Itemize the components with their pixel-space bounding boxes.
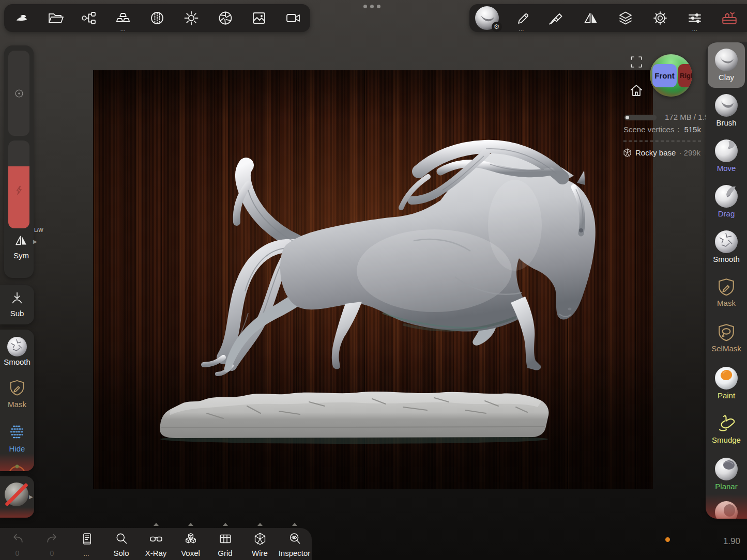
redo-button[interactable]: 0 (35, 528, 69, 560)
stroke-button[interactable]: … (504, 4, 539, 32)
voxel-caret[interactable] (188, 523, 193, 526)
multitask-indicator[interactable] (363, 5, 380, 8)
material-ingots-icon (115, 10, 131, 26)
hide-dotted-sphere-icon (8, 423, 26, 441)
xray-caret[interactable] (154, 523, 159, 526)
scene-graph-button[interactable] (72, 4, 106, 32)
sliders-more: … (678, 26, 712, 32)
wire-caret[interactable] (257, 523, 263, 526)
radius-slider[interactable] (8, 51, 29, 136)
sub-toggle[interactable]: Sub (0, 290, 34, 318)
tool-clay[interactable]: Clay (708, 42, 745, 88)
grid-toggle[interactable]: Grid (208, 528, 242, 560)
material-button[interactable]: ⚙ (469, 4, 504, 32)
mask-quick-label: Mask (0, 400, 34, 409)
viewport-canvas[interactable] (93, 70, 653, 489)
inspector-button[interactable]: Inspector (277, 528, 312, 560)
tool-brush[interactable]: Brush (706, 88, 747, 133)
selected-object-row[interactable]: Rocky base · 299k (622, 148, 700, 158)
reset-view-button[interactable] (629, 83, 644, 100)
stroke-more: … (504, 26, 539, 32)
horse-eye (579, 228, 583, 232)
inspector-caret[interactable] (292, 523, 297, 526)
gizmo-front-face[interactable]: Front (652, 64, 677, 87)
material-expand-arrow[interactable]: ▶ (29, 494, 33, 500)
material-override-panel[interactable]: ▶ (0, 476, 34, 518)
tool-flatten-partial[interactable] (706, 497, 747, 519)
bottom-toolbar: 0 0 … Solo X-Ray (0, 528, 312, 560)
wire-label: Wire (252, 549, 268, 557)
material-library-button[interactable]: … (106, 4, 140, 32)
hide-quick-tool[interactable]: Hide (0, 423, 34, 453)
files-button[interactable] (38, 4, 72, 32)
painting-button[interactable] (539, 4, 573, 32)
tool-drag[interactable]: Drag (706, 179, 747, 224)
right-tool-palette: Clay Brush Move Drag Smooth (706, 42, 747, 519)
pressure-indicator-dot (665, 537, 670, 542)
paint-tool-icon (715, 367, 738, 390)
solo-label: Solo (113, 549, 129, 557)
settings-button[interactable] (643, 4, 678, 32)
mask-tool-icon (716, 277, 736, 297)
grid-caret[interactable] (223, 523, 228, 526)
left-slider-panel: L/W ▶ Sym (4, 45, 34, 278)
intensity-slider[interactable] (8, 141, 29, 228)
mask-shield-icon (8, 379, 26, 397)
mesh-icon (622, 148, 632, 158)
voxel-button[interactable]: Voxel (173, 528, 208, 560)
selected-object-count: · 299k (679, 148, 700, 157)
solo-icon (114, 532, 129, 546)
camera-button[interactable] (276, 4, 310, 32)
tool-paint[interactable]: Paint (706, 361, 747, 406)
undo-button[interactable]: 0 (0, 528, 35, 560)
flatten-tool-icon (715, 501, 738, 519)
background-button[interactable] (242, 4, 276, 32)
wire-toggle[interactable]: Wire (242, 528, 277, 560)
inspector-label: Inspector (279, 549, 311, 557)
tool-selmask[interactable]: SelMask (706, 315, 747, 361)
sym-label: Sym (4, 251, 38, 260)
interface-sliders-button[interactable]: … (678, 4, 712, 32)
app-menu-button[interactable] (4, 4, 38, 32)
tool-label: Mask (717, 299, 736, 307)
tool-smooth[interactable]: Smooth (706, 224, 747, 270)
postprocess-button[interactable] (208, 4, 242, 32)
drag-tool-icon (715, 185, 738, 208)
lighting-button[interactable] (174, 4, 208, 32)
view-gizmo[interactable]: Front Right (650, 54, 692, 97)
disabled-slash (5, 483, 28, 507)
symmetry-toggle[interactable]: L/W ▶ Sym (4, 232, 38, 260)
toolbox-icon (721, 9, 738, 27)
tool-move[interactable]: Move (706, 133, 747, 179)
home-icon (629, 83, 644, 98)
scene-vertices-row: Scene vertices：515k (623, 125, 701, 135)
gizmo-tool-icon[interactable] (7, 463, 27, 471)
tool-label: Move (717, 164, 736, 173)
mask-quick-tool[interactable]: Mask (0, 379, 34, 409)
lighting-icon (183, 10, 200, 26)
zoom-level: 1.90 (713, 536, 740, 547)
gizmo-right-face[interactable]: Right (678, 64, 692, 87)
history-button[interactable]: … (69, 528, 104, 560)
matcap-button[interactable] (140, 4, 174, 32)
toolbox-button[interactable] (712, 4, 747, 32)
xray-toggle[interactable]: X-Ray (139, 528, 173, 560)
selmask-tool-icon (716, 323, 736, 343)
scene-vertices-label: Scene vertices： (623, 125, 682, 134)
layers-button[interactable] (608, 4, 643, 32)
solo-toggle[interactable]: Solo (104, 528, 139, 560)
smooth-ball-icon (7, 337, 27, 356)
intensity-lightning-icon (13, 184, 25, 196)
symmetry-mirror-icon (13, 232, 29, 248)
painting-brush-icon (548, 10, 565, 26)
sym-expand-arrow[interactable]: ▶ (33, 239, 37, 244)
symmetry-button[interactable] (573, 4, 608, 32)
fullscreen-button[interactable] (630, 55, 643, 71)
nomad-sculpt-app: … (0, 0, 747, 560)
tool-smudge[interactable]: Smudge (706, 406, 747, 452)
tool-planar[interactable]: Planar (706, 452, 747, 497)
tool-mask[interactable]: Mask (706, 270, 747, 315)
smooth-quick-tool[interactable]: Smooth (0, 337, 34, 366)
scene-graph-icon (81, 10, 97, 26)
scene-vertices-value: 515k (684, 125, 701, 134)
